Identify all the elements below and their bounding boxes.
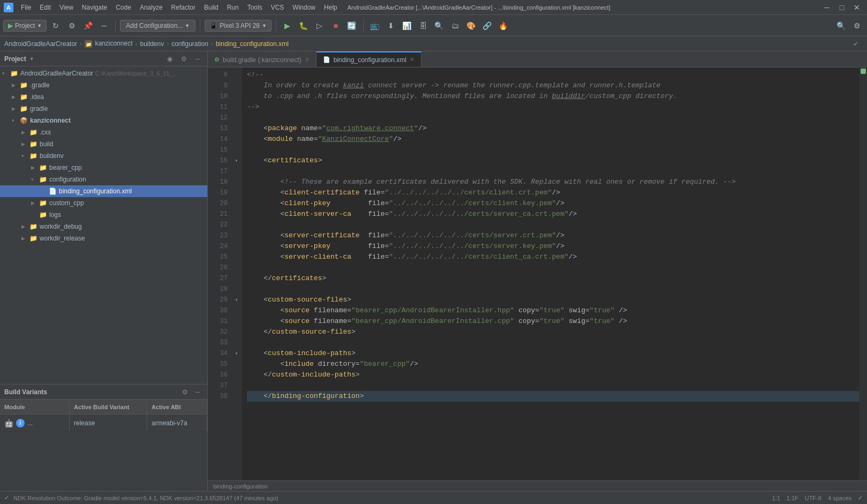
fold-9	[232, 80, 241, 91]
line-num-38: 38	[208, 391, 228, 402]
tree-item-workdir-debug[interactable]: ▶ 📁 workdir_debug	[0, 221, 207, 232]
tab-binding-config[interactable]: 📄 binding_configuration.xml ✕	[316, 51, 421, 67]
database-button[interactable]: 🗄	[416, 19, 430, 33]
tree-item-buildenv[interactable]: ▾ 📁 buildenv	[0, 150, 207, 162]
cell-variant[interactable]: release	[70, 415, 147, 431]
app-links-button[interactable]: 🔗	[480, 19, 494, 33]
run-coverage-button[interactable]: ▷	[313, 19, 327, 33]
tree-item-bearer-cpp[interactable]: ▶ 📁 bearer_cpp	[0, 162, 207, 174]
tree-label-logs: logs	[49, 211, 61, 219]
resource-manager-button[interactable]: 🗂	[448, 19, 462, 33]
fold-22	[232, 220, 241, 230]
line-num-10: 10	[208, 91, 228, 102]
debug-button[interactable]: 🐛	[297, 19, 311, 33]
settings-gear-button[interactable]: ⚙	[850, 19, 864, 33]
fold-15	[232, 145, 241, 155]
fold-20	[232, 198, 241, 209]
menu-refactor[interactable]: Refactor	[168, 2, 199, 13]
line-num-23: 23	[208, 230, 228, 241]
sdk-manager-button[interactable]: ⬇	[384, 19, 398, 33]
avd-manager-button[interactable]: 📺	[368, 19, 382, 33]
tab-build-gradle-icon: ⚙	[214, 56, 220, 63]
tree-label-workdir-release: workdir_release	[40, 235, 85, 242]
tree-item-gradle-hidden[interactable]: ▶ 📁 .gradle	[0, 79, 207, 91]
close-panel-icon[interactable]: ─	[192, 54, 203, 64]
tree-item-configuration[interactable]: ▾ 📁 configuration	[0, 174, 207, 185]
code-line-17	[247, 166, 860, 177]
run-button[interactable]: ▶	[281, 19, 295, 33]
device-selector[interactable]: 📱 Pixel 3 API 28 ▼	[205, 20, 272, 32]
code-line-18: <!-- These are example certificates deli…	[247, 177, 860, 187]
menu-build[interactable]: Build	[200, 2, 222, 13]
workdir-debug-icon: 📁	[29, 223, 37, 230]
tree-item-build[interactable]: ▶ 📁 build	[0, 138, 207, 150]
line-num-37: 37	[208, 380, 228, 391]
menu-view[interactable]: View	[56, 2, 77, 13]
cell-abi[interactable]: armeabi-v7a	[147, 415, 207, 431]
tree-item-kanziconnect[interactable]: ▾ 📦 kanziconnect	[0, 115, 207, 126]
tab-binding-config-close[interactable]: ✕	[410, 56, 414, 63]
tab-build-gradle-close[interactable]: ✕	[305, 56, 310, 63]
menu-run[interactable]: Run	[223, 2, 243, 13]
breadcrumb-buildenv[interactable]: buildenv	[140, 40, 164, 48]
minimize-button[interactable]: ─	[820, 1, 834, 14]
project-dropdown-chevron[interactable]: ▼	[29, 56, 34, 62]
breadcrumb-kanziconnect[interactable]: 📁 kanziconnect	[85, 40, 132, 48]
build-variants-row[interactable]: 🤖 i ... release armeabi-v7a	[0, 415, 207, 432]
fold-35	[232, 359, 241, 370]
menu-tools[interactable]: Tools	[244, 2, 266, 13]
tree-item-logs[interactable]: 📁 logs	[0, 209, 207, 221]
tab-build-gradle[interactable]: ⚙ build.gradle (:kanziconnect) ✕	[208, 51, 316, 67]
minimize-panel-button[interactable]: ─	[97, 19, 111, 33]
profiler-button[interactable]: 📊	[400, 19, 414, 33]
tree-item-binding-config[interactable]: 📄 binding_configuration.xml	[0, 185, 207, 197]
add-configuration-button[interactable]: Add Configuration... ▼	[120, 20, 195, 32]
menu-edit[interactable]: Edit	[36, 2, 55, 13]
search-everywhere-button[interactable]: 🔍	[834, 19, 848, 33]
sync-files-button[interactable]: ↻	[49, 19, 63, 33]
menu-file[interactable]: File	[17, 2, 35, 13]
settings-icon[interactable]: ⚙	[178, 54, 189, 64]
tree-item-gradle[interactable]: ▶ 📁 gradle	[0, 103, 207, 115]
gutter-indicator-top	[861, 69, 866, 74]
line-num-28: 28	[208, 284, 228, 295]
menu-code[interactable]: Code	[112, 2, 135, 13]
tree-item-cxx[interactable]: ▶ 📁 .cxx	[0, 126, 207, 138]
gradle-hidden-folder-icon: 📁	[19, 81, 28, 89]
maximize-button[interactable]: □	[835, 1, 849, 14]
scope-icon[interactable]: ◉	[164, 54, 175, 64]
code-editor[interactable]: 8 9 10 11 12 13 14 15 16 17 18 19 20 21 …	[208, 67, 867, 480]
status-message: NDK Resolution Outcome: Gradle model ver…	[13, 495, 278, 501]
fold-28	[232, 284, 241, 295]
menu-window[interactable]: Window	[289, 2, 319, 13]
tree-item-workdir-release[interactable]: ▶ 📁 workdir_release	[0, 232, 207, 244]
stop-button[interactable]: ■	[329, 19, 343, 33]
close-button[interactable]: ✕	[850, 1, 864, 14]
menu-vcs[interactable]: VCS	[267, 2, 288, 13]
fold-16[interactable]: ▾	[232, 155, 241, 166]
breadcrumb-root[interactable]: AndroidGradleAarCreator	[4, 40, 77, 48]
build-variants-settings-icon[interactable]: ⚙	[179, 387, 190, 397]
layout-inspector-button[interactable]: 🔍	[432, 19, 446, 33]
menu-analyze[interactable]: Analyze	[136, 2, 167, 13]
tree-item-root[interactable]: ▾ 📁 AndroidGradleAarCreator C:\KanziWork…	[0, 67, 207, 79]
left-panel: Project ▼ ◉ ⚙ ─ ▾ 📁 AndroidGradleAarCrea…	[0, 51, 208, 491]
tree-item-custom-cpp[interactable]: ▶ 📁 custom_cpp	[0, 197, 207, 209]
firebase-button[interactable]: 🔥	[496, 19, 510, 33]
theme-editor-button[interactable]: 🎨	[464, 19, 478, 33]
menu-navigate[interactable]: Navigate	[78, 2, 111, 13]
bookmark-button[interactable]: ✓	[849, 37, 863, 51]
code-content[interactable]: <!-- In order to create kanzi connect se…	[242, 67, 860, 480]
project-selector[interactable]: ▶ Project ▼	[3, 20, 47, 32]
breadcrumb-file[interactable]: binding_configuration.xml	[216, 40, 289, 48]
breadcrumb-configuration[interactable]: configuration	[171, 40, 208, 48]
menu-help[interactable]: Help	[320, 2, 341, 13]
fold-29[interactable]: ▾	[232, 295, 241, 305]
fold-11	[232, 102, 241, 112]
settings-button[interactable]: ⚙	[65, 19, 79, 33]
build-variants-minimize-icon[interactable]: ─	[192, 387, 203, 397]
fold-34[interactable]: ▾	[232, 348, 241, 359]
tree-item-idea[interactable]: ▶ 📁 .idea	[0, 91, 207, 103]
sync-project-button[interactable]: 🔄	[345, 19, 359, 33]
pin-button[interactable]: 📌	[81, 19, 95, 33]
